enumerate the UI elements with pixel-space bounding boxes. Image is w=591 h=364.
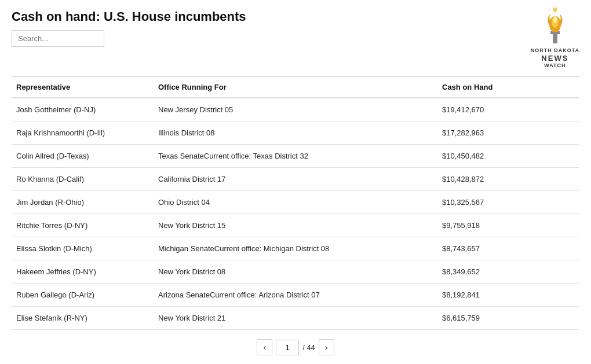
table-row: Ritchie Torres (D-NY)New York District 1… — [12, 214, 579, 237]
cell-office: New York District 08 — [154, 260, 437, 284]
table-row: Elise Stefanik (R-NY)New York District 2… — [12, 307, 579, 330]
table-row: Jim Jordan (R-Ohio)Ohio District 04$10,3… — [12, 191, 579, 214]
incumbents-table: Representative Office Running For Cash o… — [12, 76, 579, 330]
page-number-input[interactable] — [276, 340, 299, 355]
cell-office: Ohio District 04 — [154, 191, 437, 214]
table-row: Ruben Gallego (D-Ariz)Arizona SenateCurr… — [12, 284, 579, 307]
cell-office: New York District 15 — [154, 214, 437, 237]
table-row: Hakeem Jeffries (D-NY)New York District … — [12, 260, 579, 284]
search-input[interactable] — [12, 30, 104, 47]
table-row: Elissa Slotkin (D-Mich)Michigan SenateCu… — [12, 237, 579, 260]
table-row: Colin Allred (D-Texas)Texas SenateCurren… — [12, 145, 579, 168]
header: Cash on hand: U.S. House incumbents NORT… — [12, 9, 579, 69]
cell-cash: $8,743,657 — [437, 237, 579, 260]
pagination: ‹ / 44 › — [12, 339, 579, 355]
title-search-group: Cash on hand: U.S. House incumbents — [12, 9, 246, 47]
cell-cash: $9,755,918 — [437, 214, 579, 237]
cell-office: California District 17 — [154, 168, 437, 191]
table-row: Ro Khanna (D-Calif)California District 1… — [12, 168, 579, 191]
logo-flame-icon — [538, 7, 572, 47]
table-row: Josh Gottheimer (D-NJ)New Jersey Distric… — [12, 98, 579, 122]
cell-cash: $17,282,963 — [437, 122, 579, 145]
cell-office: New York District 21 — [154, 307, 437, 330]
logo: NORTH DAKOTA NEWS WATCH — [531, 7, 579, 69]
cell-office: New Jersey District 05 — [154, 98, 437, 122]
next-page-button[interactable]: › — [319, 339, 334, 355]
cell-cash: $8,349,652 — [437, 260, 579, 284]
pagination-total: / 44 — [302, 343, 315, 352]
cell-office: Illinois District 08 — [154, 122, 437, 145]
cell-representative: Raja Krishnamoorthi (D-Ill) — [12, 122, 154, 145]
cell-cash: $10,428,872 — [437, 168, 579, 191]
col-header-office: Office Running For — [154, 76, 437, 98]
cell-representative: Elise Stefanik (R-NY) — [12, 307, 154, 330]
cell-cash: $19,412,670 — [437, 98, 579, 122]
cell-representative: Ro Khanna (D-Calif) — [12, 168, 154, 191]
prev-page-button[interactable]: ‹ — [257, 339, 272, 355]
cell-office: Texas SenateCurrent office: Texas Distri… — [154, 145, 437, 168]
page-title: Cash on hand: U.S. House incumbents — [12, 9, 246, 24]
col-header-cash: Cash on Hand — [437, 76, 579, 98]
logo-text: NORTH DAKOTA NEWS WATCH — [531, 47, 579, 69]
svg-point-4 — [553, 16, 557, 23]
cell-representative: Colin Allred (D-Texas) — [12, 145, 154, 168]
cell-representative: Ritchie Torres (D-NY) — [12, 214, 154, 237]
cell-representative: Elissa Slotkin (D-Mich) — [12, 237, 154, 260]
cell-cash: $8,192,841 — [437, 284, 579, 307]
cell-cash: $10,450,482 — [437, 145, 579, 168]
cell-representative: Ruben Gallego (D-Ariz) — [12, 284, 154, 307]
cell-office: Arizona SenateCurrent office: Arizona Di… — [154, 284, 437, 307]
table-row: Raja Krishnamoorthi (D-Ill)Illinois Dist… — [12, 122, 579, 145]
svg-rect-0 — [553, 33, 557, 43]
table-header-row: Representative Office Running For Cash o… — [12, 76, 579, 98]
cell-cash: $6,615,759 — [437, 307, 579, 330]
cell-representative: Hakeem Jeffries (D-NY) — [12, 260, 154, 284]
cell-office: Michigan SenateCurrent office: Michigan … — [154, 237, 437, 260]
cell-representative: Josh Gottheimer (D-NJ) — [12, 98, 154, 122]
cell-representative: Jim Jordan (R-Ohio) — [12, 191, 154, 214]
col-header-representative: Representative — [12, 76, 154, 98]
cell-cash: $10,325,567 — [437, 191, 579, 214]
